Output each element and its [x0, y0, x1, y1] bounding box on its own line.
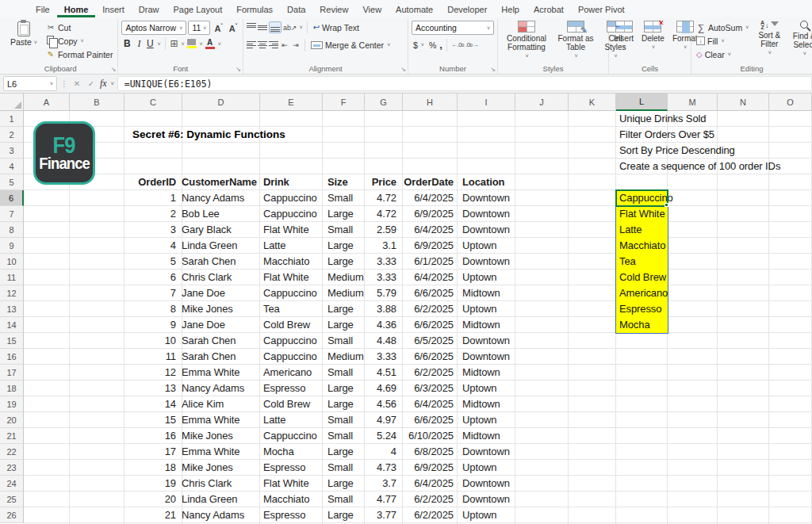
cell-drink[interactable]: Macchiato [263, 254, 309, 270]
cell-drink[interactable]: Espresso [263, 507, 305, 523]
ribbon-tab[interactable]: Formulas [229, 0, 280, 17]
spill-cell[interactable]: Mocha [616, 317, 668, 333]
cell-customername[interactable]: Chris Clark [182, 270, 232, 285]
cell-drink[interactable]: Cappuccino [263, 285, 317, 301]
percent-style-button[interactable]: % [427, 38, 438, 52]
ribbon-tab[interactable]: Insert [95, 0, 132, 17]
cell-orderdate[interactable]: 6/4/2025 [377, 476, 454, 491]
grow-font-button[interactable]: Aˆ [212, 23, 224, 33]
insert-function-button[interactable]: fx [100, 78, 107, 90]
increase-decimal-button[interactable]: ←.00 [451, 41, 464, 48]
decrease-indent-button[interactable]: ⇤ [280, 41, 289, 49]
spill-cell[interactable]: Flat White [616, 206, 668, 222]
cell-customername[interactable]: Mike Jones [182, 301, 233, 317]
cell-customername[interactable]: Emma White [182, 365, 239, 381]
header-orderid[interactable]: OrderID [127, 174, 176, 190]
ribbon-tab[interactable]: Developer [440, 0, 494, 17]
conditional-formatting-button[interactable]: Conditional Formatting˅ [501, 21, 552, 60]
cell-drink[interactable]: Flat White [263, 270, 309, 285]
cell-location[interactable]: Downtown [462, 491, 510, 507]
comma-style-button[interactable]: , [439, 39, 442, 51]
delete-cells-button[interactable]: Delete˅ [640, 21, 666, 52]
cell-customername[interactable]: Emma White [182, 444, 239, 460]
spill-cell[interactable]: Espresso [616, 301, 668, 317]
cell-customername[interactable]: Nancy Adams [182, 507, 244, 523]
italic-button[interactable]: I [134, 38, 144, 50]
spill-cell[interactable]: Tea [616, 254, 668, 270]
number-dialog-launcher[interactable]: ↘ [490, 66, 496, 73]
number-format-select[interactable]: Accounting˅ [412, 21, 494, 35]
fill-handle[interactable] [665, 203, 668, 207]
cell-orderid[interactable]: 1 [127, 190, 176, 206]
cell-customername[interactable]: Gary Black [182, 222, 232, 238]
shrink-font-button[interactable]: Aˇ [227, 23, 239, 33]
cell-customername[interactable]: Sarah Chen [182, 254, 236, 270]
column-header[interactable]: L [616, 94, 668, 111]
cell-drink[interactable]: Macchiato [263, 491, 309, 507]
column-header[interactable]: B [70, 94, 124, 111]
cell-drink[interactable]: Cappuccino [263, 190, 317, 206]
cell-customername[interactable]: Linda Green [182, 238, 237, 254]
name-box[interactable]: L6˅ [3, 76, 57, 91]
cell-orderid[interactable]: 7 [127, 285, 176, 301]
cell-orderid[interactable]: 12 [127, 365, 176, 381]
column-header[interactable]: C [124, 94, 182, 111]
cell-customername[interactable]: Sarah Chen [182, 333, 236, 349]
copy-button[interactable]: Copy˅ [44, 34, 114, 48]
cell-drink[interactable]: Cappuccino [263, 428, 317, 444]
column-header[interactable]: A [24, 94, 70, 111]
paste-button[interactable]: Paste˅ [6, 21, 41, 63]
cell-orderdate[interactable]: 6/6/2025 [377, 285, 454, 301]
align-left-button[interactable] [247, 40, 256, 49]
cell-drink[interactable]: Latte [263, 238, 285, 254]
cell-orderid[interactable]: 16 [127, 428, 176, 444]
ribbon-tab[interactable]: Draw [132, 0, 167, 17]
cell-location[interactable]: Midtown [462, 365, 500, 381]
cell-customername[interactable]: Mike Jones [182, 460, 233, 476]
cell-orderid[interactable]: 18 [127, 460, 176, 476]
spill-cell[interactable]: Cold Brew [616, 270, 668, 285]
column-header[interactable]: E [260, 94, 323, 111]
cell-location[interactable]: Downtown [462, 190, 510, 206]
column-header[interactable]: G [365, 94, 403, 111]
cell-drink[interactable]: Cold Brew [263, 317, 310, 333]
cell-customername[interactable]: Chris Clark [182, 476, 232, 491]
spill-cell[interactable]: Macchiato [616, 238, 668, 254]
cell-location[interactable]: Downtown [462, 349, 510, 365]
header-location[interactable]: Location [462, 174, 504, 190]
cell-location[interactable]: Uptown [462, 460, 496, 476]
ribbon-tab[interactable]: View [355, 0, 389, 17]
sort-filter-button[interactable]: AZ↓ Sort & Filter˅ [753, 21, 785, 57]
cell-customername[interactable]: Nancy Adams [182, 190, 244, 206]
format-as-table-button[interactable]: ✎ Format as Table˅ [555, 21, 596, 60]
cut-button[interactable]: ✂Cut [44, 21, 114, 34]
cell-location[interactable]: Midtown [462, 317, 500, 333]
ribbon-tab[interactable]: Automate [389, 0, 440, 17]
cell-orderid[interactable]: 15 [127, 412, 176, 428]
cell-location[interactable]: Midtown [462, 428, 500, 444]
enter-formula-button[interactable]: ✓ [86, 79, 97, 88]
cell-orderdate[interactable]: 6/5/2025 [377, 333, 454, 349]
cell-location[interactable]: Downtown [462, 206, 510, 222]
cell-orderdate[interactable]: 6/10/2025 [377, 428, 454, 444]
cell-drink[interactable]: Mocha [263, 444, 294, 460]
cell-orderid[interactable]: 5 [127, 254, 176, 270]
header-orderdate[interactable]: OrderDate [377, 174, 454, 190]
cell-drink[interactable]: Cappuccino [263, 206, 317, 222]
cell-orderdate[interactable]: 6/2/2025 [377, 491, 454, 507]
cell-drink[interactable]: Americano [263, 365, 312, 381]
cell-customername[interactable]: Nancy Adams [182, 381, 244, 396]
instruction-cell[interactable]: Sort By Price Descending [619, 143, 812, 159]
instruction-cell[interactable]: Filter Orders Over $5 [619, 127, 812, 143]
cell-orderid[interactable]: 2 [127, 206, 176, 222]
cell-orderdate[interactable]: 6/4/2025 [377, 190, 454, 206]
ribbon-tab[interactable]: File [29, 0, 57, 17]
cell-orderid[interactable]: 21 [127, 507, 176, 523]
cell-orderdate[interactable]: 6/8/2025 [377, 444, 454, 460]
cell-orderid[interactable]: 17 [127, 444, 176, 460]
ribbon-tab[interactable]: Help [494, 0, 527, 17]
cell-customername[interactable]: Emma White [182, 412, 239, 428]
cell-location[interactable]: Uptown [462, 301, 496, 317]
cell-orderdate[interactable]: 6/6/2025 [377, 412, 454, 428]
cell-orderid[interactable]: 10 [127, 333, 176, 349]
